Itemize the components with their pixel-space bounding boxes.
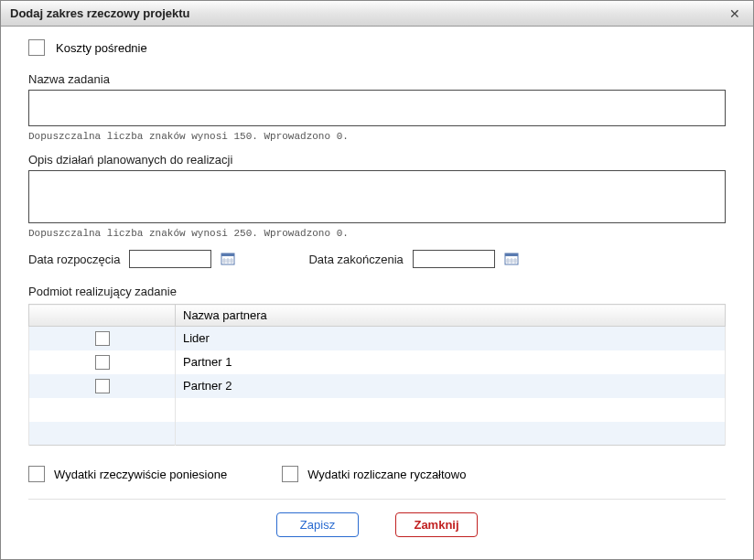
table-header-partner: Nazwa partnera	[176, 305, 726, 327]
dialog: Dodaj zakres rzeczowy projektu ✕ Koszty …	[0, 0, 754, 560]
table-row: Partner 2	[29, 374, 726, 398]
calendar-icon[interactable]	[221, 252, 235, 266]
task-name-hint: Dopuszczalna liczba znaków wynosi 150. W…	[28, 131, 726, 142]
partner-checkbox[interactable]	[95, 355, 110, 370]
svg-rect-8	[505, 253, 518, 256]
save-button[interactable]: Zapisz	[276, 512, 359, 537]
table-row	[29, 422, 726, 446]
close-button[interactable]: Zamknij	[395, 512, 478, 537]
subject-label: Podmiot realizujący zadanie	[28, 285, 726, 298]
date-end-label: Data zakończenia	[308, 253, 403, 266]
date-start-label: Data rozpoczęcia	[28, 253, 120, 266]
partner-name: Partner 2	[176, 374, 726, 398]
partner-name: Partner 1	[176, 350, 726, 374]
close-icon[interactable]: ✕	[726, 7, 744, 20]
expenses-lump-label: Wydatki rozliczane ryczałtowo	[307, 468, 466, 481]
description-label: Opis działań planowanych do realizacji	[28, 153, 726, 167]
partner-name: Lider	[176, 327, 726, 350]
table-row: Lider	[29, 327, 726, 350]
task-name-input[interactable]	[28, 90, 726, 126]
partner-checkbox[interactable]	[95, 331, 110, 346]
dialog-title: Dodaj zakres rzeczowy projektu	[10, 6, 190, 20]
expenses-actual-label: Wydatki rzeczywiście poniesione	[54, 468, 227, 481]
direct-costs-checkbox[interactable]	[28, 39, 45, 56]
partner-checkbox[interactable]	[95, 379, 110, 393]
expenses-actual-checkbox[interactable]	[28, 466, 45, 482]
titlebar: Dodaj zakres rzeczowy projektu ✕	[1, 1, 753, 27]
divider	[28, 499, 726, 500]
date-end-input[interactable]	[413, 250, 495, 268]
partners-table: Nazwa partnera Lider Partner 1 Partner 2	[28, 304, 726, 446]
expenses-lump-checkbox[interactable]	[282, 466, 298, 482]
svg-rect-1	[221, 253, 234, 256]
date-start-input[interactable]	[129, 250, 211, 268]
direct-costs-label: Koszty pośrednie	[56, 41, 147, 55]
task-name-label: Nazwa zadania	[28, 72, 726, 86]
table-header-checkbox	[29, 305, 176, 327]
description-hint: Dopuszczalna liczba znaków wynosi 250. W…	[28, 228, 726, 239]
calendar-icon[interactable]	[504, 252, 519, 266]
table-row: Partner 1	[29, 350, 726, 374]
dialog-body: Koszty pośrednie Nazwa zadania Dopuszcza…	[1, 27, 753, 559]
table-row	[29, 398, 726, 422]
description-input[interactable]	[28, 170, 726, 223]
